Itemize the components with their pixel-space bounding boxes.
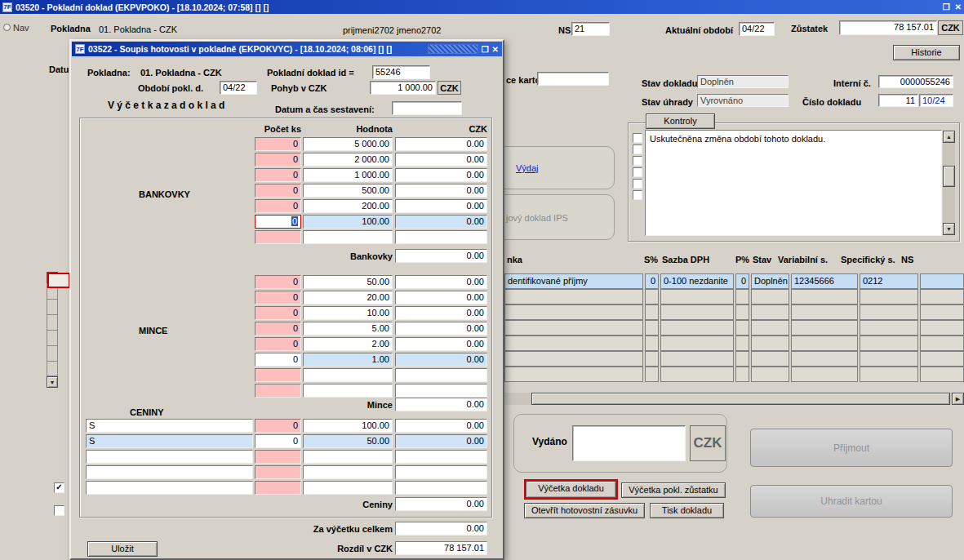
- value-cell[interactable]: 100.00: [303, 215, 393, 229]
- table-cell[interactable]: [660, 367, 734, 382]
- dialog-drag-hatch[interactable]: [428, 44, 478, 54]
- table-cell[interactable]: [751, 351, 789, 367]
- restore-icon[interactable]: ❐: [943, 2, 950, 11]
- table-cell[interactable]: [660, 351, 734, 367]
- aktualni-obdobi-field[interactable]: 04/22: [739, 22, 775, 36]
- ceniny-code-cell[interactable]: [86, 450, 253, 464]
- record-scrollbar[interactable]: [47, 283, 58, 376]
- czk-cell[interactable]: [395, 384, 487, 398]
- historie-button[interactable]: Historie: [893, 45, 960, 60]
- table-cell[interactable]: [920, 320, 964, 336]
- table-cell[interactable]: [504, 289, 643, 304]
- table-cell-sazba[interactable]: 0-100 nezdanite: [660, 273, 734, 289]
- cislo-dokladu-field[interactable]: 11: [878, 94, 918, 107]
- ceniny-code-cell[interactable]: [86, 465, 253, 479]
- czk-cell[interactable]: [395, 230, 487, 244]
- value-cell[interactable]: 5 000.00: [303, 137, 393, 151]
- czk-cell[interactable]: 0.00: [395, 322, 487, 336]
- table-hscroll-thumb[interactable]: [531, 393, 950, 405]
- table-cell[interactable]: [860, 367, 918, 382]
- table-cell[interactable]: [920, 304, 964, 320]
- value-cell[interactable]: 1 000.00: [303, 168, 393, 182]
- table-cell[interactable]: [751, 367, 789, 382]
- table-cell-p-pct[interactable]: 0: [735, 273, 749, 289]
- table-cell[interactable]: [791, 336, 858, 351]
- ceniny-code-cell[interactable]: S: [86, 434, 253, 448]
- czk-cell[interactable]: [395, 481, 487, 495]
- czk-cell[interactable]: 0.00: [395, 353, 487, 367]
- table-cell[interactable]: [751, 304, 789, 320]
- kontroly-scroll-thumb[interactable]: [943, 166, 955, 187]
- table-cell[interactable]: [920, 367, 964, 382]
- ceniny-code-cell[interactable]: [86, 481, 253, 495]
- vycetka-zustatku-button[interactable]: Výčetka pokl. zůstatku: [621, 482, 726, 498]
- table-cell[interactable]: [735, 304, 749, 320]
- value-cell[interactable]: 20.00: [303, 291, 393, 304]
- dlg-pohyb-field[interactable]: 1 000.00: [370, 81, 436, 95]
- table-cell[interactable]: [645, 336, 659, 351]
- count-cell[interactable]: 0: [255, 153, 301, 167]
- table-cell[interactable]: [791, 304, 858, 320]
- uhradit-kartou-button[interactable]: Uhradit kartou: [750, 485, 953, 518]
- count-cell[interactable]: 0: [255, 434, 301, 448]
- table-cell-stav[interactable]: Doplněn: [751, 273, 789, 289]
- table-cell[interactable]: [660, 336, 734, 351]
- table-cell[interactable]: [860, 289, 918, 304]
- kontroly-checkbox[interactable]: [633, 190, 642, 200]
- kontroly-checkbox[interactable]: [633, 167, 642, 177]
- table-cell[interactable]: [735, 289, 749, 304]
- dlg-doklad-id-field[interactable]: 55246: [372, 65, 430, 79]
- dlg-obdobi-field[interactable]: 04/22: [220, 81, 257, 95]
- count-cell[interactable]: 0: [255, 353, 301, 367]
- table-cell[interactable]: [860, 304, 918, 320]
- nav-bullet-icon[interactable]: [3, 24, 11, 31]
- count-cell[interactable]: [255, 384, 301, 398]
- table-scroll-right-icon[interactable]: ▶: [952, 393, 964, 405]
- count-cell[interactable]: 0: [255, 291, 301, 304]
- checkbox-unchecked[interactable]: [54, 505, 64, 516]
- table-cell[interactable]: [504, 320, 643, 336]
- table-cell[interactable]: [660, 304, 734, 320]
- table-cell[interactable]: [660, 289, 734, 304]
- table-cell[interactable]: [660, 320, 734, 336]
- value-cell[interactable]: [303, 450, 393, 464]
- close-icon[interactable]: ✕: [955, 2, 962, 11]
- record-scroll-down-icon[interactable]: ▼: [47, 376, 58, 388]
- table-cell[interactable]: [860, 351, 918, 367]
- table-cell[interactable]: [645, 367, 659, 382]
- czk-cell[interactable]: [395, 450, 487, 464]
- czk-cell[interactable]: [395, 368, 487, 382]
- cislo-dokladu-obdobi-field[interactable]: 10/24: [919, 94, 953, 107]
- value-cell[interactable]: 5.00: [303, 322, 393, 336]
- count-cell[interactable]: 0: [255, 199, 301, 213]
- count-cell-focused[interactable]: 0: [255, 215, 301, 229]
- table-cell[interactable]: [504, 304, 643, 320]
- table-cell[interactable]: [920, 289, 964, 304]
- value-cell[interactable]: [303, 465, 393, 479]
- table-cell[interactable]: [645, 351, 659, 367]
- table-cell[interactable]: [645, 304, 659, 320]
- kontroly-checkbox[interactable]: [633, 133, 642, 143]
- value-cell[interactable]: 500.00: [303, 184, 393, 198]
- vydaj-link[interactable]: Výdaj: [516, 163, 539, 173]
- count-cell[interactable]: 0: [255, 337, 301, 351]
- table-cell[interactable]: [645, 289, 659, 304]
- table-cell[interactable]: [920, 351, 964, 367]
- kontroly-scroll-up-icon[interactable]: ▲: [943, 131, 955, 143]
- table-cell[interactable]: [504, 367, 643, 382]
- table-cell[interactable]: [735, 351, 749, 367]
- count-cell[interactable]: [255, 368, 301, 382]
- table-cell[interactable]: [791, 320, 858, 336]
- table-cell[interactable]: [860, 336, 918, 351]
- value-cell[interactable]: 2.00: [303, 337, 393, 351]
- czk-cell[interactable]: 0.00: [395, 434, 487, 448]
- kontroly-scroll-down-icon[interactable]: ▼: [943, 223, 955, 235]
- value-cell[interactable]: 50.00: [303, 275, 393, 289]
- table-cell[interactable]: [735, 367, 749, 382]
- czk-cell[interactable]: 0.00: [395, 291, 487, 304]
- czk-cell[interactable]: 0.00: [395, 337, 487, 351]
- count-cell[interactable]: [255, 450, 301, 464]
- dlg-datum-cas-field[interactable]: [392, 101, 462, 115]
- czk-cell[interactable]: 0.00: [395, 168, 487, 182]
- table-cell[interactable]: [751, 320, 789, 336]
